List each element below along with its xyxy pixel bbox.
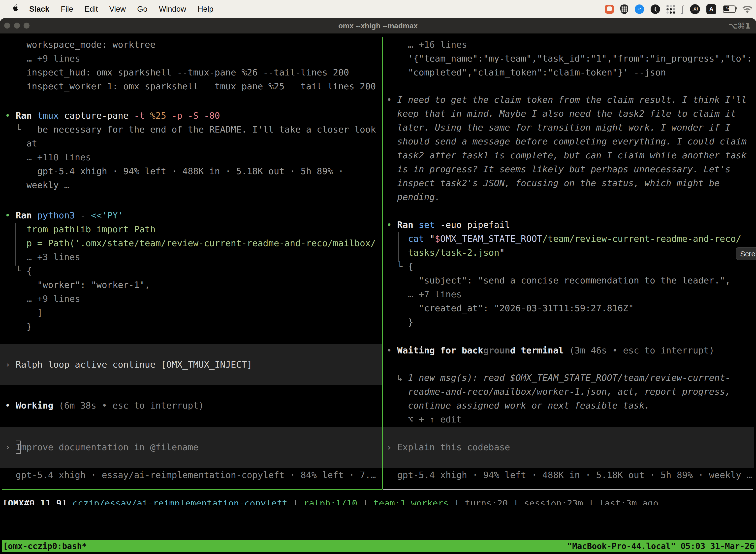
menu-item-help[interactable]: Help bbox=[198, 5, 213, 14]
menu-item-slack[interactable]: Slack bbox=[29, 5, 49, 14]
screen-tooltip: Scre bbox=[736, 247, 756, 260]
shield-app-icon[interactable] bbox=[620, 4, 628, 14]
menu-bar: Slack FileEditViewGoWindowHelp ʃ..61Aϟ bbox=[0, 0, 756, 18]
battery-icon[interactable]: ϟ bbox=[723, 5, 736, 13]
tmux-host-clock: "MacBook-Pro-44.local" 05:03 31-Mar-26 bbox=[567, 541, 756, 551]
window-title-bar[interactable]: omx --xhigh --madmax ⌥⌘1 bbox=[0, 18, 756, 34]
tmux-status-bar: [omx-cczip0:bash* "MacBook-Pro-44.local"… bbox=[2, 540, 756, 552]
apple-menu-icon[interactable] bbox=[11, 4, 18, 14]
window-title: omx --xhigh --madmax bbox=[0, 18, 756, 33]
menu-item-edit[interactable]: Edit bbox=[84, 5, 98, 14]
menu-item-go[interactable]: Go bbox=[137, 5, 147, 14]
squiggle-icon[interactable]: ʃ bbox=[682, 4, 684, 14]
crescent-app-icon[interactable] bbox=[650, 4, 660, 14]
terminal-window: omx --xhigh --madmax ⌥⌘1 workspace_mode:… bbox=[0, 18, 756, 554]
wifi-icon[interactable] bbox=[742, 5, 753, 13]
menu-item-file[interactable]: File bbox=[61, 5, 73, 14]
menu-item-window[interactable]: Window bbox=[159, 5, 186, 14]
menu-item-view[interactable]: View bbox=[109, 5, 126, 14]
usage-badge-icon[interactable]: ..61 bbox=[690, 4, 700, 14]
window-shortcut-badge: ⌥⌘1 bbox=[729, 18, 751, 33]
screen: Slack FileEditViewGoWindowHelp ʃ..61Aϟ o… bbox=[0, 0, 756, 554]
messenger-app-icon[interactable] bbox=[635, 4, 644, 14]
apple-icon bbox=[11, 4, 18, 12]
dots-grid-icon[interactable] bbox=[667, 5, 675, 14]
omx-status-pane: [OMX#0.11.9] cczip/essay/ai-reimplementa… bbox=[2, 33, 754, 505]
omx-session-line-line: [OMX#0.11.9] cczip/essay/ai-reimplementa… bbox=[2, 496, 658, 505]
tmux-session-label: [omx-cczip0:bash* bbox=[2, 541, 87, 551]
menu-status-icons: ʃ..61Aϟ bbox=[605, 0, 753, 18]
menu-items: Slack FileEditViewGoWindowHelp bbox=[0, 4, 213, 14]
chat-app-icon[interactable] bbox=[605, 5, 614, 14]
input-source-icon[interactable]: A bbox=[706, 4, 716, 14]
